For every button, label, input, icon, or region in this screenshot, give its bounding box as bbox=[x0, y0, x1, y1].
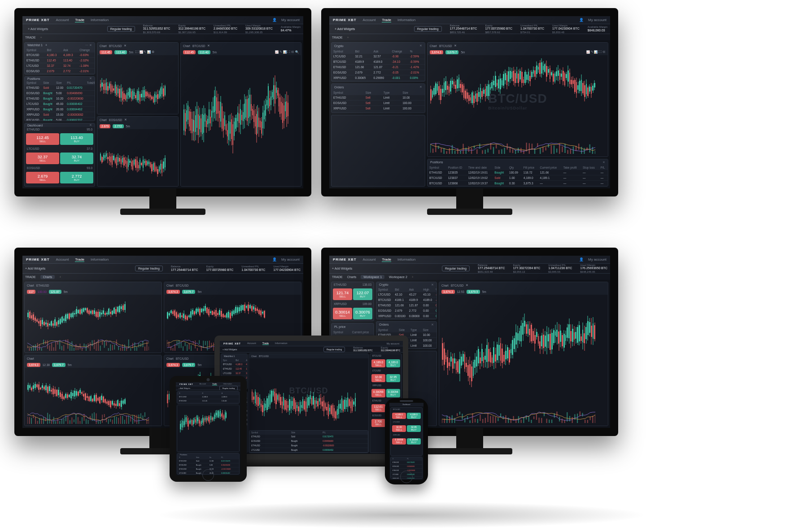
svg-rect-197 bbox=[55, 421, 56, 424]
tab-trade[interactable]: TRADE bbox=[25, 36, 36, 39]
sell-button[interactable]: 121.74SELL bbox=[333, 288, 352, 300]
svg-rect-283 bbox=[541, 418, 542, 423]
table-row[interactable]: ETH/USD112.45113.40-2.02% bbox=[25, 58, 95, 63]
table-row[interactable]: BTC/USD4,180.34,189.3 bbox=[221, 362, 248, 367]
nav-myaccount[interactable]: My account bbox=[281, 18, 300, 22]
table-row[interactable]: EOS/USDBought5.000.00406690 bbox=[25, 91, 95, 96]
table-row[interactable]: LTC/USD32.2132.57-0.90-2.59% bbox=[332, 54, 425, 59]
sell-button[interactable]: 2.679SELL bbox=[26, 172, 59, 183]
add-widgets-button[interactable]: + Add Widgets bbox=[25, 26, 51, 31]
table-row[interactable]: EOS/USDBought5.000.00406690 bbox=[177, 463, 239, 467]
table-row[interactable]: ETH/USD121.66121.87-0.21-1.42% bbox=[332, 65, 425, 70]
buy-button[interactable]: 113.40BUY bbox=[60, 133, 93, 145]
buy-button[interactable]: 0.30076BUY bbox=[353, 308, 372, 319]
table-row[interactable]: LTC/USDBought45.000.00006402 bbox=[25, 101, 95, 107]
regular-trading-button[interactable]: Regular trading bbox=[107, 26, 135, 32]
svg-rect-194 bbox=[49, 414, 50, 424]
table-row[interactable]: ETH/USDSold12.000.01720470 bbox=[25, 85, 95, 91]
table-row[interactable]: LTC/USD32.3732.74 bbox=[221, 371, 248, 376]
svg-rect-23 bbox=[493, 147, 494, 154]
table-row[interactable]: EOS/USD2.6792.772-2.01% bbox=[25, 69, 95, 74]
table-row[interactable]: ETH/USD121.66121.870.000.00% bbox=[376, 303, 437, 308]
table-row[interactable]: BTC/USD12386812/02/19 19:37Bought0.303,8… bbox=[428, 181, 608, 186]
table-row[interactable]: ETH/USDSellLimit10.00 bbox=[332, 95, 425, 100]
buy-button[interactable]: 4,189.0BUY bbox=[407, 413, 421, 419]
svg-rect-48 bbox=[562, 146, 563, 152]
table-row[interactable]: ETH/USD112.45113.40 bbox=[177, 399, 239, 403]
sell-button[interactable]: 32.00SELL bbox=[392, 425, 406, 432]
table-row[interactable]: ETH/USD12383512/02/19 19:01Bought100.091… bbox=[428, 170, 608, 175]
svg-rect-243 bbox=[148, 417, 149, 424]
sell-button[interactable]: 32.00SELL bbox=[371, 374, 385, 382]
table-row[interactable]: ETH/USDBought10.20-0.00220600 bbox=[25, 96, 95, 101]
user-icon[interactable]: 👤 bbox=[272, 18, 277, 22]
sell-button[interactable]: 0.30058SELL bbox=[392, 438, 406, 445]
table-row[interactable]: EOS/USD0.00406690 bbox=[391, 465, 422, 469]
svg-rect-262 bbox=[487, 413, 488, 422]
sell-button[interactable]: 2.700SELL bbox=[371, 419, 385, 427]
table-row[interactable]: ETH/USDBought10.20-0.00220600 bbox=[177, 467, 239, 471]
table-row[interactable]: ETH/USDBought-0.00220600 bbox=[249, 444, 368, 448]
nav-info[interactable]: Information bbox=[91, 18, 109, 22]
buy-button[interactable]: 32.74BUY bbox=[60, 153, 93, 164]
close-icon[interactable]: ✕ bbox=[89, 123, 92, 127]
sell-button[interactable]: 4,189.0SELL bbox=[371, 359, 385, 367]
table-row[interactable]: LTC/USDBought0.00006402 bbox=[249, 448, 368, 453]
buy-button[interactable]: 32.95BUY bbox=[407, 425, 421, 432]
sell-button[interactable]: 112.61SELL bbox=[371, 404, 385, 412]
svg-rect-285 bbox=[546, 419, 547, 423]
table-row[interactable]: EOS/USD2.6792.772-0.05-2.01% bbox=[332, 70, 425, 75]
svg-rect-254 bbox=[467, 416, 468, 419]
buy-button[interactable]: 4,189.0BUY bbox=[386, 359, 400, 367]
table-row[interactable]: EOS/USD2.6792.7720.000.54% bbox=[376, 308, 437, 314]
close-icon[interactable]: ✕ bbox=[89, 77, 92, 80]
table-row[interactable]: EOS/USDSellLimit100.00 bbox=[332, 100, 425, 106]
table-row[interactable]: XRP/USDSellLimit100.00 bbox=[332, 106, 425, 111]
sell-button[interactable]: 0.30058SELL bbox=[371, 389, 385, 397]
buy-button[interactable]: 122.07BUY bbox=[353, 288, 372, 300]
table-row[interactable]: XRP/USDBought20.000.00004462 bbox=[25, 107, 95, 112]
table-row[interactable]: XRP/USDBought0.00004462 bbox=[249, 453, 368, 453]
table-row[interactable]: ETH/USD112.45113.40 bbox=[221, 367, 248, 371]
table-row[interactable]: LTC/USD32.3732.74-1.08% bbox=[25, 63, 95, 69]
table-row[interactable]: BTC/USD4189.94169.0-34.10-0.59% bbox=[332, 59, 425, 65]
table-row[interactable]: EOS/USDBought0.00406690 bbox=[249, 439, 368, 444]
svg-rect-295 bbox=[572, 417, 573, 423]
close-icon[interactable]: ⋯ ✕ bbox=[85, 44, 92, 47]
svg-rect-115 bbox=[136, 347, 137, 351]
table-row[interactable]: XRP/USDSold15.00-0.00000082 bbox=[25, 112, 95, 118]
buy-button[interactable]: 0.30094BUY bbox=[407, 438, 421, 445]
watchlist-add[interactable]: + bbox=[45, 44, 47, 47]
table-row[interactable]: ETH/USD0.01720470 bbox=[391, 461, 422, 465]
table-row[interactable]: ETH/USDSold0.01720470 bbox=[249, 435, 368, 439]
table-row[interactable]: BTC/USDBought5.000.00002707 bbox=[25, 118, 95, 122]
buy-button[interactable]: 0.30094BUY bbox=[386, 389, 400, 397]
sell-button[interactable]: 112.45SELL bbox=[26, 133, 59, 145]
table-row[interactable]: ETH/USDSold12.000.01720470 bbox=[177, 459, 239, 463]
sell-button[interactable]: 32.37SELL bbox=[26, 153, 59, 164]
table-row[interactable]: LTC/USD32.3732.74 bbox=[177, 403, 239, 404]
table-row[interactable]: LTC/USD42.1043.2743.10-2.08% bbox=[376, 292, 437, 297]
buy-button[interactable]: 32.95BUY bbox=[386, 374, 400, 382]
sell-button[interactable]: 0.30014SELL bbox=[333, 308, 352, 319]
table-row[interactable]: BTC/USD4,180.34,189.3-0.83% bbox=[25, 52, 95, 58]
tab-add[interactable]: + bbox=[40, 36, 42, 39]
table-row[interactable]: XRP/USD0.001000.000000.000.78% bbox=[376, 314, 437, 319]
table-row[interactable]: XRP/USD0.00004462 bbox=[391, 477, 422, 480]
buy-pill[interactable]: 113.40 bbox=[114, 50, 127, 54]
table-row[interactable]: BTC/USD4,180.34,189.3 bbox=[177, 395, 239, 399]
table-row[interactable]: ETH/USD-0.00220600 bbox=[391, 469, 422, 473]
sell-button[interactable]: 4,189.0SELL bbox=[392, 413, 406, 419]
table-row[interactable]: BTC/USD4169.14189.94189.0-2.09% bbox=[376, 297, 437, 303]
buy-button[interactable]: 2.772BUY bbox=[60, 172, 93, 183]
sell-pill[interactable]: 112.45 bbox=[100, 50, 112, 54]
table-row[interactable]: LTC/USDBought45.000.00006402 bbox=[177, 471, 239, 475]
table-row[interactable]: LTC/USD0.00006402 bbox=[391, 473, 422, 477]
table-row[interactable]: XRP/USD0.300650.29890-0.0010.00% bbox=[332, 75, 425, 81]
svg-rect-184 bbox=[29, 417, 30, 424]
svg-rect-93 bbox=[92, 340, 93, 346]
nav-trade[interactable]: Trade bbox=[75, 18, 84, 22]
svg-rect-195 bbox=[51, 421, 52, 424]
table-row[interactable]: BTC/USD12383712/02/19 19:02Sold1.004,189… bbox=[428, 175, 608, 181]
nav-account[interactable]: Account bbox=[56, 18, 69, 22]
